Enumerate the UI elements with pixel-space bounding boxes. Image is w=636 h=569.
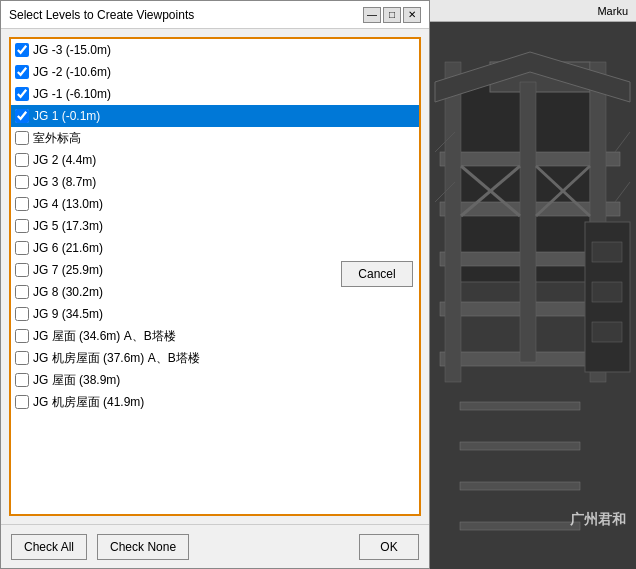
3d-view: 广州君和 [430, 22, 636, 569]
level-checkbox-4[interactable] [15, 131, 29, 145]
level-checkbox-12[interactable] [15, 307, 29, 321]
level-label-2: JG -1 (-6.10m) [33, 87, 111, 101]
list-item[interactable]: JG -2 (-10.6m) [11, 61, 419, 83]
title-bar-controls: — □ ✕ [363, 7, 421, 23]
level-checkbox-2[interactable] [15, 87, 29, 101]
list-item[interactable]: JG 6 (21.6m) [11, 237, 419, 259]
level-checkbox-5[interactable] [15, 153, 29, 167]
list-item[interactable]: JG 机房屋面 (37.6m) A、B塔楼 [11, 347, 419, 369]
level-checkbox-3[interactable] [15, 109, 29, 123]
level-checkbox-13[interactable] [15, 329, 29, 343]
cancel-button[interactable]: Cancel [341, 261, 413, 287]
title-bar: Select Levels to Create Viewpoints — □ ✕ [1, 1, 429, 29]
svg-rect-17 [592, 282, 622, 302]
level-label-0: JG -3 (-15.0m) [33, 43, 111, 57]
dialog-window: Select Levels to Create Viewpoints — □ ✕… [0, 0, 430, 569]
svg-rect-16 [592, 242, 622, 262]
markup-label: Marku [597, 5, 628, 17]
list-item[interactable]: JG 2 (4.4m) [11, 149, 419, 171]
watermark: 广州君和 [570, 511, 626, 529]
level-label-8: JG 5 (17.3m) [33, 219, 103, 233]
check-all-button[interactable]: Check All [11, 534, 87, 560]
right-panel-header: Marku [430, 0, 636, 22]
level-checkbox-9[interactable] [15, 241, 29, 255]
level-checkbox-8[interactable] [15, 219, 29, 233]
level-label-9: JG 6 (21.6m) [33, 241, 103, 255]
level-label-4: 室外标高 [33, 130, 81, 147]
list-item[interactable]: JG 屋面 (34.6m) A、B塔楼 [11, 325, 419, 347]
svg-rect-8 [445, 62, 461, 382]
level-checkbox-11[interactable] [15, 285, 29, 299]
maximize-button[interactable]: □ [383, 7, 401, 23]
right-panel: Marku [430, 0, 636, 569]
level-checkbox-0[interactable] [15, 43, 29, 57]
minimize-button[interactable]: — [363, 7, 381, 23]
bottom-bar: Check All Check None OK [1, 524, 429, 568]
svg-rect-27 [460, 522, 580, 530]
level-label-10: JG 7 (25.9m) [33, 263, 103, 277]
svg-rect-24 [460, 402, 580, 410]
svg-rect-9 [520, 82, 536, 362]
list-item[interactable]: 室外标高 [11, 127, 419, 149]
level-label-1: JG -2 (-10.6m) [33, 65, 111, 79]
level-label-6: JG 3 (8.7m) [33, 175, 96, 189]
level-label-12: JG 9 (34.5m) [33, 307, 103, 321]
list-item[interactable]: JG 9 (34.5m) [11, 303, 419, 325]
close-button[interactable]: ✕ [403, 7, 421, 23]
level-checkbox-1[interactable] [15, 65, 29, 79]
dialog-title: Select Levels to Create Viewpoints [9, 8, 194, 22]
svg-rect-18 [592, 322, 622, 342]
list-item[interactable]: JG 机房屋面 (41.9m) [11, 391, 419, 413]
level-checkbox-15[interactable] [15, 373, 29, 387]
scene-svg [430, 22, 636, 569]
cancel-area: Cancel [341, 261, 413, 287]
level-checkbox-16[interactable] [15, 395, 29, 409]
level-checkbox-7[interactable] [15, 197, 29, 211]
check-none-button[interactable]: Check None [97, 534, 189, 560]
list-item[interactable]: JG 4 (13.0m) [11, 193, 419, 215]
list-item[interactable]: JG 1 (-0.1m) [11, 105, 419, 127]
level-label-13: JG 屋面 (34.6m) A、B塔楼 [33, 328, 176, 345]
level-checkbox-10[interactable] [15, 263, 29, 277]
list-item[interactable]: JG 3 (8.7m) [11, 171, 419, 193]
svg-rect-25 [460, 442, 580, 450]
list-item[interactable]: JG 5 (17.3m) [11, 215, 419, 237]
svg-rect-26 [460, 482, 580, 490]
level-label-7: JG 4 (13.0m) [33, 197, 103, 211]
level-label-16: JG 机房屋面 (41.9m) [33, 394, 144, 411]
list-item[interactable]: JG -3 (-15.0m) [11, 39, 419, 61]
level-checkbox-14[interactable] [15, 351, 29, 365]
level-checkbox-6[interactable] [15, 175, 29, 189]
level-label-5: JG 2 (4.4m) [33, 153, 96, 167]
list-item[interactable]: JG -1 (-6.10m) [11, 83, 419, 105]
level-label-3: JG 1 (-0.1m) [33, 109, 100, 123]
level-label-14: JG 机房屋面 (37.6m) A、B塔楼 [33, 350, 200, 367]
level-label-15: JG 屋面 (38.9m) [33, 372, 120, 389]
list-item[interactable]: JG 屋面 (38.9m) [11, 369, 419, 391]
ok-button[interactable]: OK [359, 534, 419, 560]
level-label-11: JG 8 (30.2m) [33, 285, 103, 299]
